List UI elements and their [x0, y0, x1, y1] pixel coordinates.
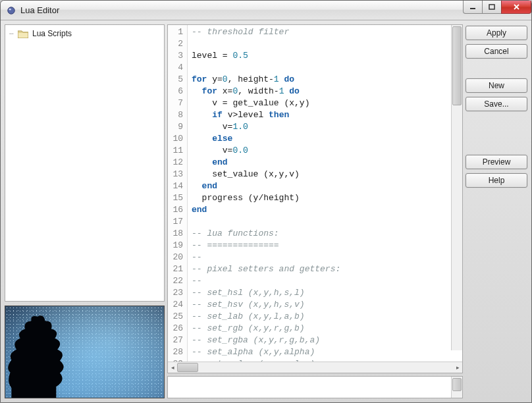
left-column: ┈ Lua Scripts: [5, 24, 165, 398]
button-column: Apply Cancel New Save... Preview Help: [466, 24, 527, 398]
body-area: ┈ Lua Scripts 123456789101: [1, 20, 531, 402]
vertical-scrollbar[interactable]: [451, 377, 462, 398]
window-title: Lua Editor: [20, 5, 59, 15]
scroll-left-arrow-icon[interactable]: ◂: [168, 363, 177, 372]
minimize-button[interactable]: [463, 1, 483, 14]
titlebar[interactable]: Lua Editor: [1, 1, 531, 20]
folder-icon: [18, 30, 28, 38]
output-panel[interactable]: [167, 376, 463, 398]
scripts-tree[interactable]: ┈ Lua Scripts: [5, 24, 165, 302]
app-window: Lua Editor ┈ Lua Scripts: [0, 0, 532, 403]
preview-button[interactable]: Preview: [466, 155, 527, 169]
svg-rect-3: [489, 5, 494, 9]
app-icon: [6, 5, 16, 16]
tree-root-item[interactable]: ┈ Lua Scripts: [9, 29, 160, 38]
preview-image: [5, 306, 165, 398]
horizontal-scrollbar[interactable]: ◂ ▸: [168, 362, 462, 373]
help-button[interactable]: Help: [466, 173, 527, 188]
new-button[interactable]: New: [466, 78, 527, 93]
tree-root-label: Lua Scripts: [32, 29, 72, 38]
vertical-scrollbar[interactable]: [451, 25, 462, 350]
code-editor[interactable]: 1234567891011121314151617181920212223242…: [167, 24, 463, 373]
editor-column: 1234567891011121314151617181920212223242…: [167, 24, 463, 398]
scrollbar-thumb[interactable]: [177, 363, 198, 372]
apply-button[interactable]: Apply: [466, 26, 527, 40]
svg-rect-2: [470, 8, 475, 9]
close-button[interactable]: [501, 1, 531, 14]
scrollbar-thumb[interactable]: [452, 378, 462, 391]
svg-point-0: [8, 7, 15, 14]
maximize-button[interactable]: [482, 1, 502, 14]
window-controls: [464, 1, 531, 14]
tree-connector-icon: ┈: [9, 30, 14, 38]
code-text[interactable]: -- threshold filterlevel = 0.5for y=0, h…: [188, 25, 462, 362]
scrollbar-thumb[interactable]: [452, 26, 462, 105]
save-button[interactable]: Save...: [466, 97, 527, 111]
svg-point-1: [9, 9, 12, 10]
line-gutter: 1234567891011121314151617181920212223242…: [168, 25, 188, 362]
scroll-right-arrow-icon[interactable]: ▸: [453, 363, 462, 372]
cancel-button[interactable]: Cancel: [466, 44, 527, 59]
